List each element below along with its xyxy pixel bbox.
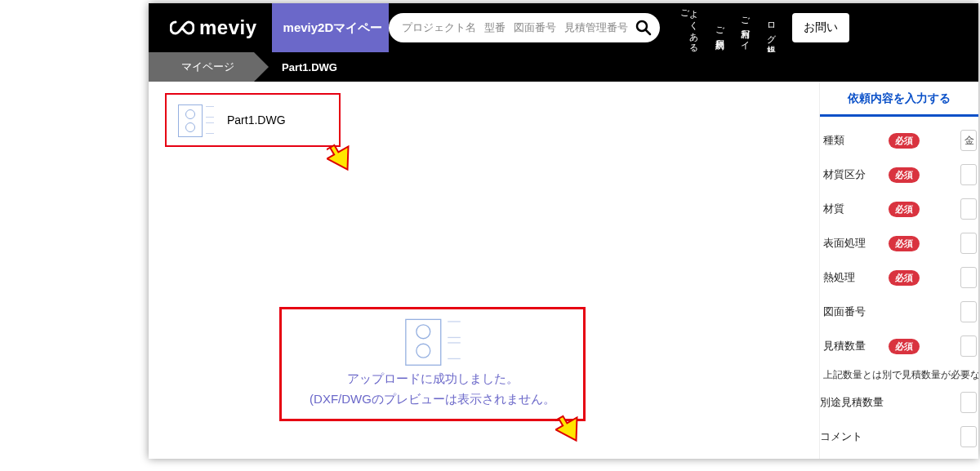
search-bar[interactable]: プロジェクト名 型番 図面番号 見積管理番号 — [389, 13, 660, 42]
form-row-3: 表面処理必須 — [823, 226, 978, 260]
form-input-3[interactable] — [960, 233, 977, 254]
upload-msg-line2: (DXF/DWGのプレビューは表示されません。 — [310, 392, 555, 407]
form-row-extra-qty: 別途見積数量 — [820, 385, 978, 420]
form-input-2[interactable] — [960, 198, 977, 220]
form-row-2: 材質必須 — [823, 192, 978, 226]
svg-line-1 — [646, 30, 650, 34]
panel-tab-request[interactable]: 依頼内容を入力する — [820, 82, 978, 117]
form-label: 図面番号 — [823, 304, 880, 319]
required-badge: 必須 — [889, 270, 920, 286]
form-label: 種類 — [823, 133, 880, 148]
form-row-0: 種類必須金 — [823, 123, 978, 158]
drawing-icon — [175, 101, 214, 139]
drawing-icon — [401, 315, 465, 368]
required-badge: 必須 — [889, 133, 920, 149]
uploaded-file-card[interactable]: Part1.DWG — [165, 93, 341, 147]
file-name: Part1.DWG — [227, 113, 286, 127]
form-row-5: 図面番号 — [823, 295, 978, 329]
annotation-arrow-icon — [555, 413, 583, 444]
breadcrumb-current: Part1.DWG — [254, 52, 357, 82]
form-row-1: 材質区分必須 — [823, 158, 978, 192]
comment-input[interactable] — [960, 426, 977, 447]
form-input-6[interactable] — [960, 335, 977, 357]
svg-marker-3 — [555, 413, 583, 444]
form-label: 材質区分 — [823, 167, 880, 182]
form-input-1[interactable] — [960, 164, 977, 185]
form-input-4[interactable] — [960, 267, 977, 288]
form-label: 表面処理 — [823, 236, 880, 251]
top-link-3[interactable]: ログ規格 — [758, 3, 784, 52]
top-link-1[interactable]: ご利用規約 — [706, 3, 733, 52]
form-input-5[interactable] — [960, 301, 977, 322]
nav-tab-mypage[interactable]: meviy2Dマイペー — [272, 3, 390, 52]
svg-marker-2 — [327, 142, 354, 173]
logo-text: meviy — [199, 16, 257, 39]
infinity-icon — [170, 20, 194, 35]
logo[interactable]: meviy — [149, 3, 272, 52]
form-row-comment: コメント — [820, 420, 978, 454]
form-row-4: 熱処理必須 — [823, 260, 978, 295]
extra-qty-input[interactable] — [960, 392, 977, 413]
form-label: 見積数量 — [823, 339, 880, 353]
required-badge: 必須 — [889, 202, 920, 217]
required-badge: 必須 — [889, 236, 920, 251]
qty-note: 上記数量とは別で見積数量が必要な — [820, 363, 978, 385]
contact-button[interactable]: お問い — [792, 13, 849, 42]
search-placeholder-group: プロジェクト名 型番 図面番号 見積管理番号 — [402, 20, 632, 35]
upload-msg-line1: アップロードに成功しました。 — [347, 371, 519, 387]
breadcrumb-mypage[interactable]: マイページ — [149, 52, 254, 82]
breadcrumb: マイページ Part1.DWG — [149, 52, 978, 82]
form-label: 材質 — [823, 202, 880, 216]
form-input-0[interactable]: 金 — [960, 130, 977, 151]
top-link-2[interactable]: ご利用ガイ — [733, 3, 759, 52]
required-badge: 必須 — [889, 339, 920, 354]
top-link-0[interactable]: よくあるご — [671, 3, 706, 52]
form-row-6: 見積数量必須 — [823, 329, 978, 363]
annotation-arrow-icon — [327, 142, 354, 173]
request-form-panel: 依頼内容を入力する 種類必須金材質区分必須材質必須表面処理必須熱処理必須図面番号… — [819, 82, 978, 459]
form-label: 熱処理 — [823, 270, 880, 285]
top-bar: meviy meviy2Dマイペー プロジェクト名 型番 図面番号 見積管理番号 — [149, 3, 978, 52]
upload-success-message: アップロードに成功しました。 (DXF/DWGのプレビューは表示されません。 — [279, 307, 586, 421]
required-badge: 必須 — [889, 167, 920, 183]
top-links: よくあるご ご利用規約 ご利用ガイ ログ規格 — [671, 3, 784, 52]
form-rows: 種類必須金材質区分必須材質必須表面処理必須熱処理必須図面番号見積数量必須 — [820, 117, 978, 363]
search-icon[interactable] — [635, 20, 652, 36]
